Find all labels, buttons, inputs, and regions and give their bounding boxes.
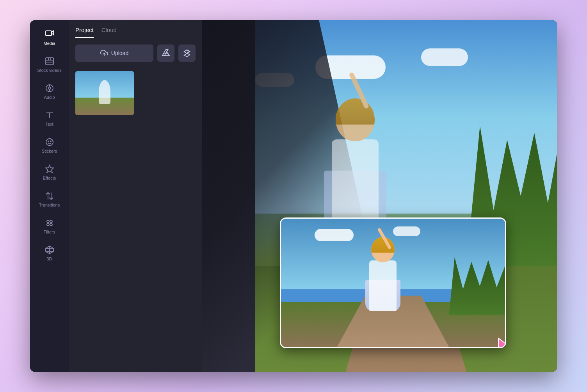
effects-icon bbox=[45, 164, 54, 174]
svg-rect-0 bbox=[46, 31, 52, 36]
svg-marker-16 bbox=[46, 165, 53, 173]
sidebar-item-effects-label: Effects bbox=[43, 176, 56, 180]
tab-cloud[interactable]: Cloud bbox=[101, 27, 117, 38]
upload-label: Upload bbox=[111, 50, 128, 56]
filters-icon bbox=[45, 218, 54, 228]
sidebar-item-text-label: Text bbox=[45, 122, 53, 127]
sidebar: Media Stock videos Audio bbox=[30, 20, 69, 372]
cursor-icon bbox=[496, 336, 506, 348]
sidebar-item-transitions-label: Transitions bbox=[39, 203, 60, 207]
sidebar-item-audio[interactable]: Audio bbox=[30, 78, 69, 105]
svg-point-19 bbox=[47, 220, 49, 223]
media-tabs: Project Cloud bbox=[69, 20, 202, 38]
sidebar-item-stickers-label: Stickers bbox=[42, 149, 57, 153]
zoom-person bbox=[359, 225, 406, 311]
svg-point-15 bbox=[50, 141, 51, 142]
svg-point-14 bbox=[48, 141, 49, 142]
background-person bbox=[308, 38, 402, 233]
svg-point-20 bbox=[50, 220, 52, 223]
dropbox-button[interactable] bbox=[178, 45, 196, 62]
svg-point-8 bbox=[48, 87, 51, 89]
media-grid bbox=[69, 68, 202, 118]
media-panel: Project Cloud Upload bbox=[69, 20, 202, 372]
upload-area: Upload bbox=[69, 38, 202, 68]
text-icon bbox=[45, 110, 54, 120]
dropbox-icon bbox=[183, 49, 191, 57]
sidebar-item-effects[interactable]: Effects bbox=[30, 159, 69, 186]
media-icon bbox=[45, 30, 54, 39]
zoom-card-inner bbox=[281, 219, 505, 347]
main-canvas bbox=[202, 20, 557, 372]
sidebar-item-stock-videos[interactable]: Stock videos bbox=[30, 51, 69, 78]
stock-videos-icon bbox=[45, 57, 54, 66]
sidebar-item-filters-label: Filters bbox=[44, 230, 55, 234]
sidebar-item-media-label: Media bbox=[44, 41, 55, 46]
sidebar-item-filters[interactable]: Filters bbox=[30, 213, 69, 240]
sidebar-item-3d[interactable]: 3D bbox=[30, 240, 69, 267]
media-thumbnail[interactable] bbox=[75, 71, 134, 115]
3d-icon bbox=[45, 245, 54, 255]
transitions-icon bbox=[45, 191, 54, 201]
sidebar-item-stock-videos-label: Stock videos bbox=[37, 68, 61, 73]
thumbnail-image bbox=[75, 71, 134, 115]
svg-point-21 bbox=[47, 223, 49, 226]
sidebar-item-text[interactable]: Text bbox=[30, 105, 69, 132]
sidebar-item-stickers[interactable]: Stickers bbox=[30, 132, 69, 159]
zoom-card bbox=[280, 217, 506, 348]
sidebar-item-audio-label: Audio bbox=[44, 95, 55, 100]
sidebar-item-transitions[interactable]: Transitions bbox=[30, 186, 69, 213]
svg-point-22 bbox=[50, 223, 52, 226]
svg-rect-2 bbox=[46, 58, 53, 65]
upload-icon bbox=[100, 49, 108, 57]
app-window: Media Stock videos Audio bbox=[30, 20, 557, 372]
sidebar-item-media[interactable]: Media bbox=[30, 24, 69, 51]
upload-button[interactable]: Upload bbox=[75, 45, 153, 62]
tab-project[interactable]: Project bbox=[75, 27, 94, 38]
sidebar-item-3d-label: 3D bbox=[46, 257, 52, 261]
google-drive-icon bbox=[162, 49, 170, 57]
stickers-icon bbox=[45, 137, 54, 147]
audio-icon bbox=[45, 84, 54, 93]
google-drive-button[interactable] bbox=[157, 45, 174, 62]
